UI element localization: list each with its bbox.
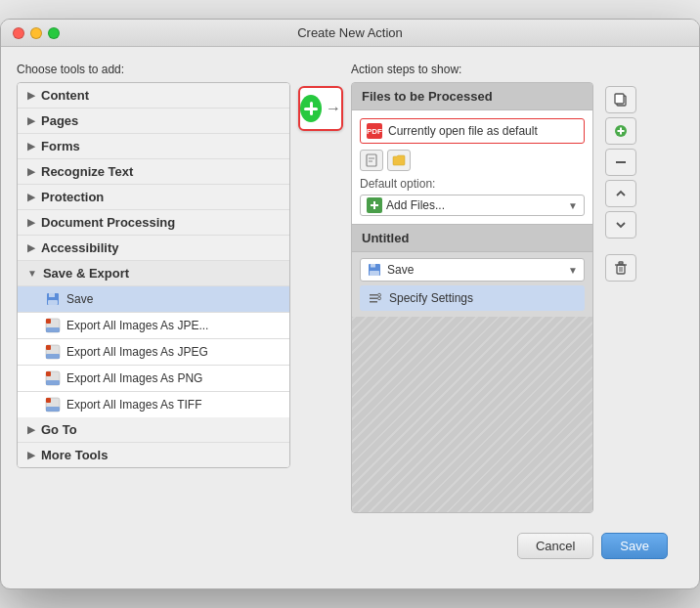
settings-icon [368, 290, 383, 306]
untitled-section-header: Untitled [352, 225, 592, 252]
sidebar-subitem-label: Save [66, 292, 93, 306]
sidebar-item-label: Protection [41, 190, 104, 204]
green-plus-icon [369, 199, 380, 211]
right-panel: Files to be Processed PDF Currently open… [351, 82, 593, 513]
save-button[interactable]: Save [601, 533, 668, 559]
svg-rect-2 [48, 300, 58, 305]
sidebar-subitem-export-tiff[interactable]: Export All Images As TIFF [18, 392, 289, 417]
save-dropdown[interactable]: Save ▼ [360, 258, 585, 282]
move-down-button[interactable] [605, 211, 636, 239]
svg-rect-15 [367, 154, 376, 166]
trash-icon [613, 260, 629, 276]
svg-rect-25 [370, 301, 377, 303]
svg-rect-7 [46, 345, 51, 350]
specify-settings-label: Specify Settings [389, 291, 473, 305]
sidebar-item-recognize-text[interactable]: ▶ Recognize Text [18, 159, 289, 185]
add-to-action-button[interactable]: → [298, 86, 343, 131]
sidebar-item-label: More Tools [41, 448, 108, 462]
left-panel: ▶ Content ▶ Pages ▶ Forms ▶ Recognize Te… [17, 82, 290, 468]
svg-rect-29 [615, 94, 624, 104]
arrow-right-icon: → [326, 100, 341, 117]
svg-rect-36 [619, 262, 623, 264]
move-up-button[interactable] [605, 180, 636, 207]
chevron-right-icon: ▶ [27, 90, 35, 101]
chevron-up-icon [613, 186, 629, 201]
floppy-disk-icon [367, 262, 382, 278]
maximize-button[interactable] [48, 27, 60, 39]
svg-point-26 [378, 293, 381, 296]
right-panel-wrapper: Action steps to show: Files to be Proces… [351, 63, 640, 513]
sidebar-subitem-save[interactable]: Save [18, 286, 289, 313]
chevron-right-icon: ▶ [27, 242, 35, 253]
chevron-down-icon: ▼ [568, 200, 578, 211]
remove-step-button[interactable] [605, 149, 636, 176]
sidebar-subitem-export-jpe[interactable]: Export All Images As JPE... [18, 313, 289, 339]
sidebar-subitem-export-png[interactable]: Export All Images As PNG [18, 366, 289, 392]
chevron-right-icon: ▶ [27, 115, 35, 126]
sidebar-item-label: Document Processing [41, 215, 175, 230]
cancel-button[interactable]: Cancel [517, 533, 593, 559]
svg-rect-21 [371, 264, 375, 268]
sidebar-item-forms[interactable]: ▶ Forms [18, 134, 289, 159]
gear-list-icon [369, 291, 382, 305]
export-icon [45, 344, 61, 360]
chevron-down-icon: ▼ [27, 268, 37, 279]
chevron-right-icon: ▶ [27, 166, 35, 177]
middle-button-area: → [290, 86, 351, 131]
svg-rect-11 [46, 380, 60, 385]
floppy-icon [45, 291, 61, 307]
file-icon [365, 153, 378, 167]
pdf-icon: PDF [367, 123, 382, 139]
right-panel-label: Action steps to show: [351, 63, 640, 76]
file-icon-btn-1[interactable] [360, 150, 383, 171]
sidebar-item-document-processing[interactable]: ▶ Document Processing [18, 210, 289, 236]
save-label: Save [387, 263, 414, 277]
svg-rect-8 [46, 354, 60, 359]
svg-rect-14 [46, 407, 60, 412]
sidebar-item-content[interactable]: ▶ Content [18, 83, 289, 109]
file-icon-btn-2[interactable] [387, 150, 411, 171]
svg-rect-24 [370, 298, 377, 300]
sidebar-item-protection[interactable]: ▶ Protection [18, 185, 289, 210]
dialog-body: Choose tools to add: ▶ Content ▶ Pages ▶… [1, 47, 699, 588]
dialog-window: Create New Action Choose tools to add: ▶… [0, 19, 700, 589]
export-icon [45, 397, 61, 413]
add-files-label: Add Files... [386, 198, 445, 212]
sidebar-item-save-export[interactable]: ▼ Save & Export [18, 261, 289, 286]
add-files-dropdown[interactable]: Add Files... ▼ [360, 195, 585, 216]
sidebar-item-go-to[interactable]: ▶ Go To [18, 417, 289, 443]
sidebar-item-label: Pages [41, 113, 78, 128]
folder-icon [392, 153, 406, 167]
sidebar-item-pages[interactable]: ▶ Pages [18, 109, 289, 134]
chevron-right-icon: ▶ [27, 450, 35, 460]
traffic-lights [13, 27, 60, 39]
sidebar-item-label: Forms [41, 139, 80, 153]
svg-rect-34 [617, 265, 625, 274]
sidebar-item-label: Content [41, 88, 89, 103]
minimize-button[interactable] [30, 27, 42, 39]
copy-button[interactable] [605, 86, 636, 113]
svg-rect-5 [46, 327, 60, 332]
untitled-section: Save ▼ [352, 252, 592, 317]
minus-icon [613, 154, 629, 170]
export-icon [45, 318, 61, 333]
empty-action-area [352, 317, 592, 512]
sidebar-subitem-label: Export All Images As PNG [66, 371, 202, 385]
specify-settings-item[interactable]: Specify Settings [360, 285, 585, 311]
sidebar-item-more-tools[interactable]: ▶ More Tools [18, 443, 289, 467]
current-file-item[interactable]: PDF Currently open file as default [360, 118, 585, 144]
panels-container: Choose tools to add: ▶ Content ▶ Pages ▶… [17, 63, 683, 513]
sidebar-subitem-export-jpeg[interactable]: Export All Images As JPEG [18, 339, 289, 366]
plus-icon [300, 95, 322, 122]
add-step-button[interactable] [605, 117, 636, 145]
sidebar-item-label: Go To [41, 422, 77, 437]
close-button[interactable] [13, 27, 24, 39]
svg-rect-13 [46, 398, 51, 403]
delete-button[interactable] [605, 254, 636, 282]
svg-rect-23 [370, 294, 377, 296]
add-files-icon [367, 197, 382, 213]
files-section: PDF Currently open file as default [352, 110, 592, 225]
copy-icon [613, 92, 629, 108]
sidebar-item-accessibility[interactable]: ▶ Accessibility [18, 236, 289, 261]
export-icon [45, 370, 61, 386]
